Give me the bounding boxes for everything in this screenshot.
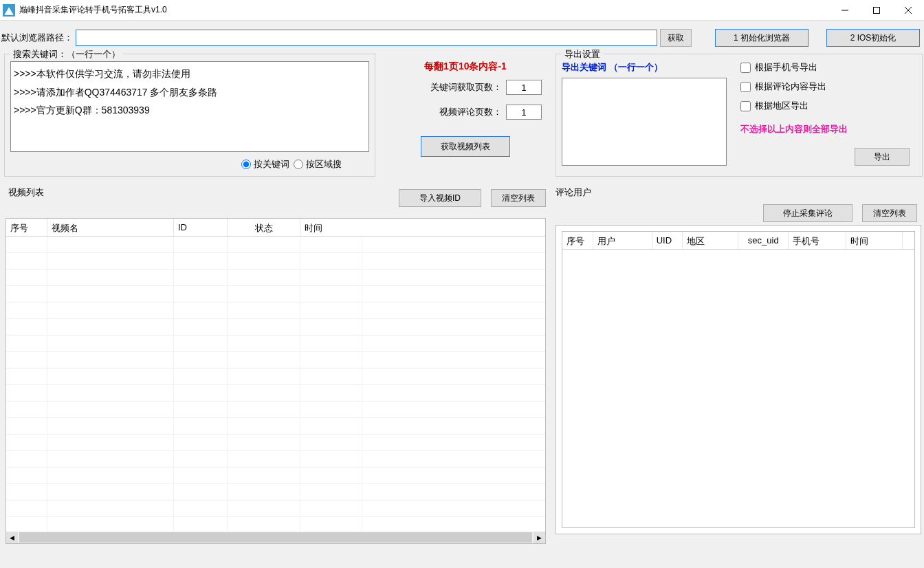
check-by-area[interactable]: 根据地区导出 xyxy=(740,100,916,112)
keywords-textarea[interactable] xyxy=(10,61,369,152)
comment-header: 序号 用户 UID 地区 sec_uid 手机号 时间 xyxy=(562,232,914,250)
rate-note: 每翻1页10条内容-1 xyxy=(382,61,549,73)
search-keywords-legend: 搜索关键词：（一行一个） xyxy=(10,48,123,61)
comment-title: 评论用户 xyxy=(556,186,923,201)
export-legend: 导出设置 xyxy=(562,48,603,61)
window-controls xyxy=(829,0,924,21)
video-col-time[interactable]: 时间 xyxy=(300,219,362,236)
comment-col-spacer xyxy=(903,232,914,249)
keyword-pages-label: 关键词获取页数： xyxy=(430,81,502,94)
scroll-thumb[interactable] xyxy=(19,532,532,543)
export-keyword-label: 导出关键词 （一行一个） xyxy=(562,61,727,74)
comment-col-index[interactable]: 序号 xyxy=(562,232,593,249)
video-list-header: 序号 视频名 ID 状态 时间 xyxy=(6,219,545,237)
radio-by-keyword-input[interactable] xyxy=(241,160,251,169)
scroll-left-icon[interactable]: ◀ xyxy=(6,532,18,543)
comment-col-uid[interactable]: UID xyxy=(652,232,683,249)
comment-col-phone[interactable]: 手机号 xyxy=(789,232,846,249)
comment-col-user[interactable]: 用户 xyxy=(593,232,652,249)
svg-rect-1 xyxy=(874,7,880,13)
radio-by-area-label: 按区域搜 xyxy=(306,158,342,171)
export-settings-group: 导出设置 导出关键词 （一行一个） 根据手机号导出 根据评论内容导出 xyxy=(556,54,923,177)
comment-pages-label: 视频评论页数： xyxy=(439,106,502,118)
comment-col-secuid[interactable]: sec_uid xyxy=(738,232,789,249)
close-button[interactable] xyxy=(892,0,924,21)
check-by-area-input[interactable] xyxy=(740,101,751,111)
params-group: 每翻1页10条内容-1 关键词获取页数： 视频评论页数： 获取视频列表 xyxy=(380,54,551,177)
check-by-area-label: 根据地区导出 xyxy=(755,100,808,112)
video-list-table[interactable]: 序号 视频名 ID 状态 时间 xyxy=(6,218,546,544)
comment-body xyxy=(562,250,914,527)
search-keywords-group: 搜索关键词：（一行一个） 按关键词 按区域搜 xyxy=(4,54,375,177)
clear-video-list-button[interactable]: 清空列表 xyxy=(491,189,546,207)
comment-pages-input[interactable] xyxy=(506,105,542,120)
comment-users-section: 评论用户 停止采集评论 清空列表 序号 用户 UID 地区 sec_uid 手机… xyxy=(556,181,923,544)
video-list-hscrollbar[interactable]: ◀ ▶ xyxy=(6,532,545,543)
radio-by-keyword-label: 按关键词 xyxy=(254,158,289,171)
minimize-button[interactable] xyxy=(829,0,861,21)
video-col-status[interactable]: 状态 xyxy=(228,219,300,236)
check-by-content-label: 根据评论内容导出 xyxy=(755,80,826,93)
browser-path-label: 默认浏览器路径： xyxy=(1,32,73,44)
comment-table-container: 序号 用户 UID 地区 sec_uid 手机号 时间 xyxy=(556,225,921,534)
video-col-name[interactable]: 视频名 xyxy=(47,219,174,236)
export-note: 不选择以上内容则全部导出 xyxy=(740,123,916,135)
get-video-list-button[interactable]: 获取视频列表 xyxy=(421,136,510,157)
radio-by-area[interactable]: 按区域搜 xyxy=(294,158,342,171)
maximize-button[interactable] xyxy=(861,0,892,21)
window-title: 巅峰抖音采集评论转手机号拓客工具v1.0 xyxy=(19,4,167,16)
check-by-content-input[interactable] xyxy=(740,82,751,92)
video-list-body xyxy=(6,237,545,532)
browser-path-row: 默认浏览器路径： 获取 1 初始化浏览器 2 IOS初始化 xyxy=(0,21,924,54)
title-bar: 巅峰抖音采集评论转手机号拓客工具v1.0 xyxy=(0,0,924,21)
radio-by-area-input[interactable] xyxy=(294,160,303,169)
import-video-id-button[interactable]: 导入视频ID xyxy=(399,189,481,207)
ios-init-button[interactable]: 2 IOS初始化 xyxy=(826,29,920,47)
browser-path-input[interactable] xyxy=(76,30,657,46)
radio-by-keyword[interactable]: 按关键词 xyxy=(241,158,289,171)
comment-table[interactable]: 序号 用户 UID 地区 sec_uid 手机号 时间 xyxy=(562,231,915,528)
video-col-id[interactable]: ID xyxy=(174,219,228,236)
video-col-index[interactable]: 序号 xyxy=(6,219,47,236)
check-by-phone[interactable]: 根据手机号导出 xyxy=(740,61,916,74)
scroll-right-icon[interactable]: ▶ xyxy=(534,532,545,543)
clear-comment-list-button[interactable]: 清空列表 xyxy=(862,204,917,222)
video-list-section: 视频列表 导入视频ID 清空列表 序号 视频名 ID 状态 时间 xyxy=(4,181,551,544)
app-icon xyxy=(3,4,15,17)
comment-col-time[interactable]: 时间 xyxy=(846,232,903,249)
export-keywords-textarea[interactable] xyxy=(562,78,727,166)
check-by-content[interactable]: 根据评论内容导出 xyxy=(740,80,916,93)
check-by-phone-label: 根据手机号导出 xyxy=(755,61,817,74)
get-browser-button[interactable]: 获取 xyxy=(660,29,692,47)
init-browser-button[interactable]: 1 初始化浏览器 xyxy=(715,29,808,47)
export-button[interactable]: 导出 xyxy=(855,148,910,166)
comment-col-area[interactable]: 地区 xyxy=(683,232,738,249)
check-by-phone-input[interactable] xyxy=(740,63,751,73)
keyword-pages-input[interactable] xyxy=(506,80,542,95)
stop-collect-button[interactable]: 停止采集评论 xyxy=(763,204,852,222)
